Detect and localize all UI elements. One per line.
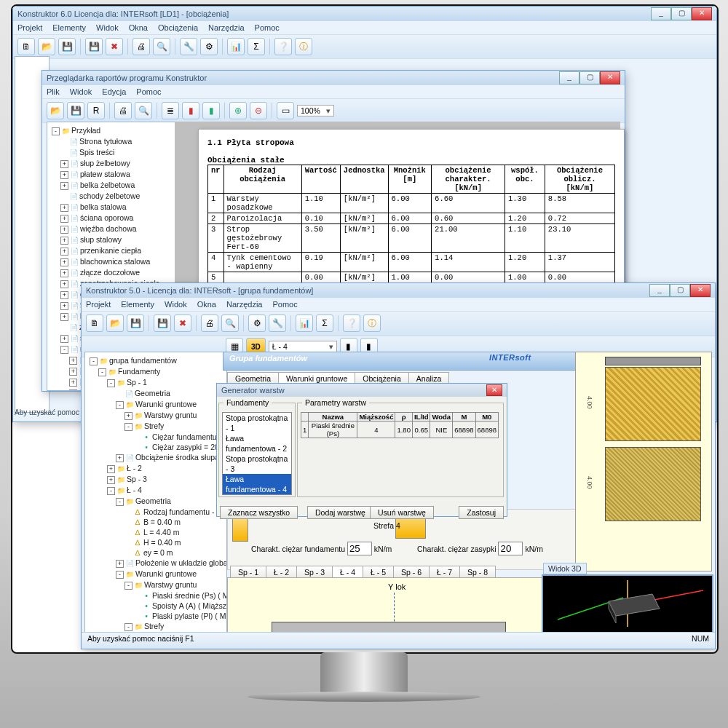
report-menubar[interactable]: Plik Widok Edycja Pomoc xyxy=(42,85,625,98)
del-layer-button[interactable]: Usuń warstwę xyxy=(370,506,434,519)
gear-icon[interactable]: ⚙ xyxy=(248,314,266,332)
menu-item[interactable]: Widok xyxy=(96,23,119,32)
close-button[interactable]: ✕ xyxy=(692,7,712,20)
param-table[interactable]: NazwaMiąższośćρIL/IdWodaMM01Piaski średn… xyxy=(301,412,499,438)
open-icon[interactable]: 📂 xyxy=(47,102,64,119)
print-icon[interactable]: 🖨 xyxy=(114,102,132,119)
save-icon[interactable]: 💾 xyxy=(58,38,76,55)
tree-item[interactable]: ey = 0 m xyxy=(88,547,223,558)
tree-item[interactable]: - Warunki gruntowe xyxy=(88,399,223,410)
dialog-titlebar[interactable]: Generator warstw ✕ xyxy=(217,384,507,397)
preview-icon[interactable]: 🔍 xyxy=(135,102,152,119)
tree-item[interactable]: + płatew stalowa xyxy=(50,169,175,180)
tag-icon[interactable]: ▮ xyxy=(182,102,199,119)
tree-item[interactable]: - Warunki gruntowe xyxy=(88,569,223,579)
tree-item[interactable]: H = 0.40 m xyxy=(88,537,223,547)
list-item[interactable]: Ława fundamentowa - 2 xyxy=(223,433,291,454)
view3d[interactable]: Widok 3D xyxy=(542,574,713,636)
tree-item[interactable]: - grupa fundamentów xyxy=(88,355,223,366)
tree-item[interactable]: + belka stalowa xyxy=(50,202,175,213)
add-layer-button[interactable]: Dodaj warstwę xyxy=(307,506,373,519)
preview-icon[interactable]: 🔍 xyxy=(153,38,170,55)
menu-item[interactable]: Narzędzia xyxy=(226,300,263,309)
list-item[interactable]: Ława fundamentowa - 4 xyxy=(223,474,291,494)
menu-item[interactable]: Edycja xyxy=(102,87,126,96)
tree-item[interactable]: + słup żelbetowy xyxy=(50,158,175,169)
zoom-out-icon[interactable]: ⊖ xyxy=(250,102,267,119)
tree-item[interactable]: Spoisty A (A) ( Miąższoś xyxy=(88,601,223,611)
print-icon[interactable]: 🖨 xyxy=(201,314,218,332)
open-icon[interactable]: 📂 xyxy=(106,314,124,332)
tree-item[interactable]: Piaski średnie (Ps) ( Miąż xyxy=(88,590,223,601)
main-titlebar[interactable]: Konstruktor 6.0 Licencja dla: INTERsoft … xyxy=(13,7,716,21)
list-item[interactable]: Ława fundamentowa - 5 xyxy=(223,494,291,495)
close-button[interactable]: ✕ xyxy=(600,71,620,84)
sigma-icon[interactable]: Σ xyxy=(248,38,265,55)
page-icon[interactable]: ▭ xyxy=(277,102,294,119)
tree-item[interactable]: - Fundamenty xyxy=(88,366,223,377)
menu-item[interactable]: Widok xyxy=(70,87,92,96)
tree-item[interactable]: - Przykład xyxy=(50,125,175,136)
sigma-icon[interactable]: Σ xyxy=(316,314,333,332)
save-all-icon[interactable]: 💾 xyxy=(85,38,103,55)
tree-item[interactable]: + Obciążenie środka słupa xyxy=(88,452,223,463)
tree-item[interactable]: + złącze doczołowe xyxy=(50,267,175,278)
help-icon[interactable]: ❔ xyxy=(343,314,360,332)
help-icon[interactable]: ❔ xyxy=(274,38,292,55)
save-icon[interactable]: 💾 xyxy=(127,314,144,332)
tree-item[interactable]: Piaski pylaste (Pl) ( Miąż xyxy=(88,611,223,621)
select-all-button[interactable]: Zaznacz wszystko xyxy=(220,506,298,519)
menu-item[interactable]: Obciążenia xyxy=(158,23,198,32)
tree-item[interactable]: + Położenie w układzie globa xyxy=(88,558,223,569)
front-titlebar[interactable]: Konstruktor 5.0 - Licencja dla: INTERsof… xyxy=(82,283,715,298)
tree-item[interactable]: + belka żelbetowa xyxy=(50,180,175,191)
char2-input[interactable] xyxy=(498,542,523,555)
info-icon[interactable]: ⓘ xyxy=(295,38,312,55)
tree-item[interactable]: - Strefy xyxy=(88,421,223,432)
rtf-icon[interactable]: R xyxy=(87,102,105,119)
tag-icon[interactable]: ▮ xyxy=(202,102,220,119)
calc-icon[interactable]: 📊 xyxy=(227,38,245,55)
minimize-button[interactable]: _ xyxy=(559,71,579,84)
tree-item[interactable]: Strona tytułowa xyxy=(50,136,175,147)
menu-item[interactable]: Pomoc xyxy=(255,23,280,32)
tree-item[interactable]: - Strefy xyxy=(88,621,223,632)
tree-item[interactable]: + Sp - 3 xyxy=(88,474,223,485)
front-menubar[interactable]: Projekt Elementy Widok Okna Narzędzia Po… xyxy=(82,298,715,311)
element-dropdown[interactable]: Ł - 4 xyxy=(269,341,337,352)
tree-item[interactable]: schody żelbetowe xyxy=(50,191,175,202)
tree-item[interactable]: Geometria xyxy=(88,388,223,399)
tree-item[interactable]: Rodzaj fundamentu - Ława xyxy=(88,507,223,517)
list-item[interactable]: Stopa prostokątna - 1 xyxy=(223,413,291,433)
tree-item[interactable]: Ciężar fundamentu = 25 kN/ xyxy=(88,432,223,442)
tree-item[interactable]: - Sp - 1 xyxy=(88,377,223,388)
main-menubar[interactable]: Projekt Elementy Widok Okna Obciążenia N… xyxy=(13,21,716,34)
new-icon[interactable]: 🗎 xyxy=(86,314,103,332)
tree-item[interactable]: + blachownica stalowa xyxy=(50,256,175,267)
minimize-button[interactable]: _ xyxy=(649,284,670,297)
maximize-button[interactable]: ▢ xyxy=(579,71,600,84)
delete-icon[interactable]: ✖ xyxy=(174,314,191,332)
menu-item[interactable]: Elementy xyxy=(52,23,86,32)
tree-item[interactable]: - Geometria xyxy=(88,496,223,507)
menu-item[interactable]: Plik xyxy=(47,87,60,96)
tool-icon[interactable]: 🔧 xyxy=(180,38,197,55)
tree-item[interactable]: + ściana oporowa xyxy=(50,213,175,223)
minimize-button[interactable]: _ xyxy=(651,7,671,20)
plan-view[interactable]: 4.00 4.00 xyxy=(575,352,712,571)
apply-button[interactable]: Zastosuj xyxy=(459,506,504,519)
tree-item[interactable]: Spis treści xyxy=(50,147,175,158)
tool-icon[interactable]: 🔧 xyxy=(269,314,286,332)
menu-item[interactable]: Projekt xyxy=(86,300,111,309)
tree-item[interactable]: L = 4.40 m xyxy=(88,527,223,537)
tree-item[interactable]: - Warstwy gruntu xyxy=(88,579,223,590)
report-titlebar[interactable]: Przeglądarka raportów programu Konstrukt… xyxy=(42,71,625,85)
zoom-in-icon[interactable]: ⊕ xyxy=(229,102,247,119)
tree-item[interactable]: + Warstwy gruntu xyxy=(88,410,223,421)
maximize-button[interactable]: ▢ xyxy=(671,7,692,20)
menu-item[interactable]: Okna xyxy=(197,300,216,309)
tree-item[interactable]: + słup stalowy xyxy=(50,234,175,245)
save-icon[interactable]: 💾 xyxy=(67,102,84,119)
maximize-button[interactable]: ▢ xyxy=(670,284,690,297)
tree-item[interactable]: B = 0.40 m xyxy=(88,517,223,527)
